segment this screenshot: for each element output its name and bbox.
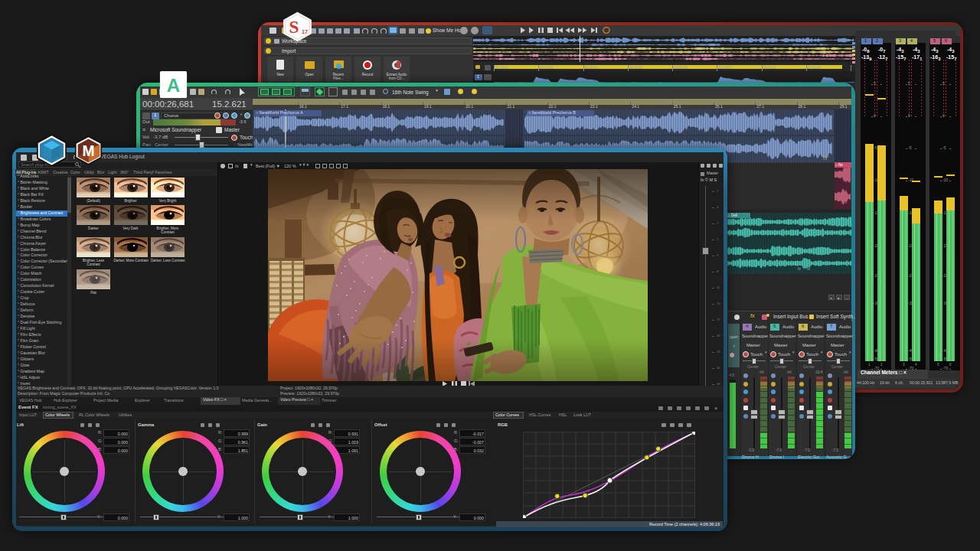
svg-text:M: M (82, 143, 94, 159)
svg-text:A: A (167, 75, 180, 96)
svg-text:17: 17 (302, 28, 308, 35)
svg-text:S: S (289, 17, 299, 37)
